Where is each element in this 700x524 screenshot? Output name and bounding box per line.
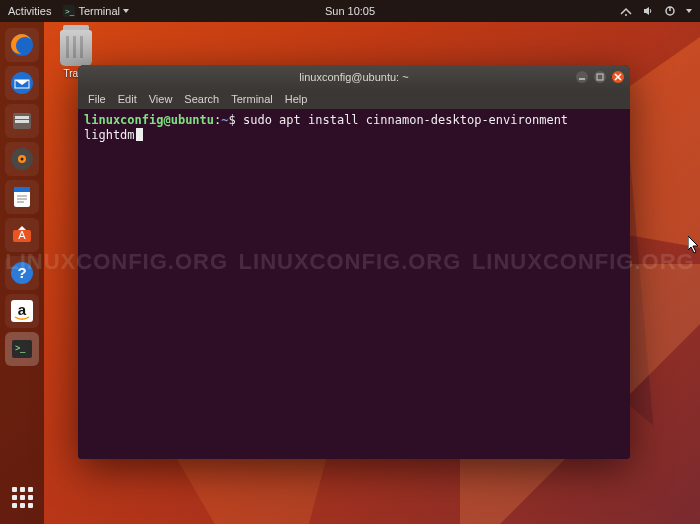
svg-text:>_: >_	[15, 343, 26, 353]
dock-rhythmbox[interactable]	[5, 142, 39, 176]
menu-terminal[interactable]: Terminal	[231, 93, 273, 105]
app-menu[interactable]: >_ Terminal	[63, 5, 129, 17]
thunderbird-icon	[9, 70, 35, 96]
app-menu-label: Terminal	[78, 5, 120, 17]
music-icon	[9, 146, 35, 172]
window-maximize-button[interactable]	[594, 71, 606, 83]
svg-rect-15	[14, 187, 30, 192]
activities-button[interactable]: Activities	[8, 5, 51, 17]
menu-search[interactable]: Search	[184, 93, 219, 105]
svg-rect-28	[597, 74, 603, 80]
system-menu-chevron-icon	[686, 9, 692, 13]
svg-text:?: ?	[17, 264, 26, 281]
menu-file[interactable]: File	[88, 93, 106, 105]
prompt-user-host: linuxconfig@ubuntu	[84, 113, 214, 127]
dock-thunderbird[interactable]	[5, 66, 39, 100]
svg-text:a: a	[18, 301, 27, 318]
dock-files[interactable]	[5, 104, 39, 138]
gnome-topbar: Activities >_ Terminal Sun 10:05	[0, 0, 700, 22]
dock-firefox[interactable]	[5, 28, 39, 62]
svg-text:>_: >_	[65, 7, 75, 16]
dock-writer[interactable]	[5, 180, 39, 214]
svg-point-13	[21, 158, 24, 161]
terminal-body[interactable]: linuxconfig@ubuntu:~$ sudo apt install c…	[78, 109, 630, 459]
window-minimize-button[interactable]	[576, 71, 588, 83]
terminal-menubar: File Edit View Search Terminal Help	[78, 89, 630, 109]
amazon-icon: a	[9, 298, 35, 324]
document-icon	[9, 184, 35, 210]
prompt-symbol: $	[229, 113, 236, 127]
menu-help[interactable]: Help	[285, 93, 308, 105]
dock: A ? a >_	[0, 22, 44, 524]
svg-rect-10	[15, 120, 29, 123]
chevron-down-icon	[123, 9, 129, 13]
svg-text:A: A	[18, 229, 26, 241]
svg-rect-9	[15, 116, 29, 119]
terminal-cursor	[136, 128, 143, 141]
menu-view[interactable]: View	[149, 93, 173, 105]
window-close-button[interactable]	[612, 71, 624, 83]
terminal-app-icon: >_	[9, 336, 35, 362]
network-icon[interactable]	[620, 5, 632, 17]
terminal-window: linuxconfig@ubuntu: ~ File Edit View Sea…	[78, 65, 630, 459]
dock-software[interactable]: A	[5, 218, 39, 252]
trash-icon	[60, 30, 92, 66]
dock-terminal[interactable]: >_	[5, 332, 39, 366]
files-icon	[9, 108, 35, 134]
mouse-pointer-icon	[688, 236, 700, 254]
software-icon: A	[9, 222, 35, 248]
dock-amazon[interactable]: a	[5, 294, 39, 328]
firefox-icon	[9, 32, 35, 58]
dock-help[interactable]: ?	[5, 256, 39, 290]
menu-edit[interactable]: Edit	[118, 93, 137, 105]
svg-point-2	[625, 14, 627, 16]
terminal-icon: >_	[63, 5, 75, 17]
power-icon[interactable]	[664, 5, 676, 17]
window-titlebar[interactable]: linuxconfig@ubuntu: ~	[78, 65, 630, 89]
prompt-path: ~	[221, 113, 228, 127]
help-icon: ?	[9, 260, 35, 286]
volume-icon[interactable]	[642, 5, 654, 17]
clock[interactable]: Sun 10:05	[325, 5, 375, 17]
window-title: linuxconfig@ubuntu: ~	[299, 71, 408, 83]
show-applications-button[interactable]	[5, 480, 39, 514]
